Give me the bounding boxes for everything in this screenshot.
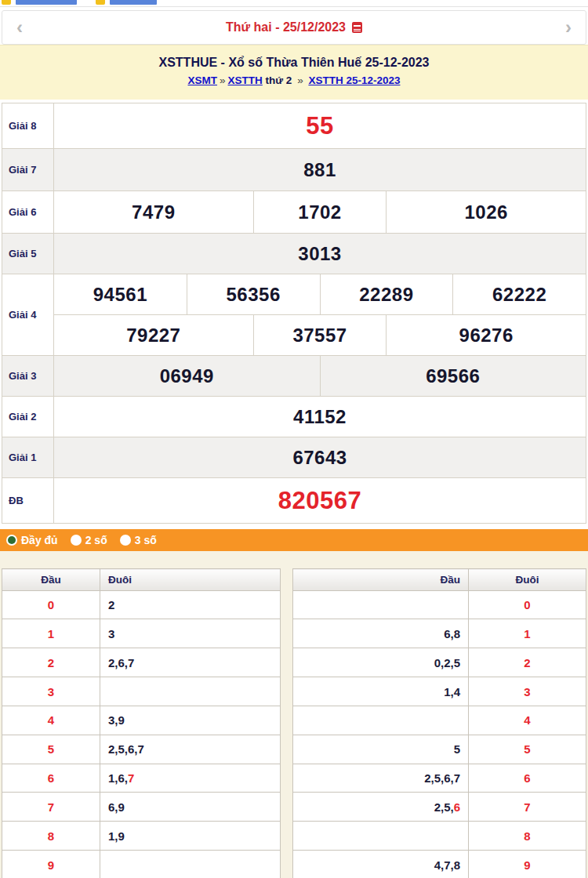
- radio-icon[interactable]: [120, 535, 131, 546]
- prize-label: Giải 8: [2, 103, 54, 149]
- table-header-row: Đầu Đuôi: [293, 569, 586, 591]
- table-row: 22,6,7: [2, 648, 281, 677]
- prize-value: 62222: [453, 274, 586, 315]
- duoi-values: 6,9: [100, 793, 281, 822]
- duoi-values: 1,9: [100, 822, 281, 851]
- prize-row-g3: Giải 3 06949 69566: [2, 356, 586, 397]
- dau-digit: 0: [2, 590, 100, 619]
- results-table: Giải 8 55 Giải 7 881 Giải 6 7479 1702 10…: [2, 103, 586, 524]
- filter-option-label: 3 số: [135, 534, 157, 546]
- dau-table: Đầu Đuôi 02 13 22,6,7 3 43,9 52,5,6,7 61…: [2, 568, 281, 878]
- prize-row-db: ĐB 820567: [2, 478, 586, 524]
- prize-label: Giải 4: [2, 274, 54, 356]
- duoi-digit: 8: [469, 822, 586, 851]
- breadcrumb-link-xstth[interactable]: XSTTH: [228, 74, 263, 86]
- tail-summary-section: Đầu Đuôi 02 13 22,6,7 3 43,9 52,5,6,7 61…: [0, 551, 588, 878]
- filter-option-2so[interactable]: 2 số: [71, 534, 107, 546]
- table-row: 02: [2, 590, 281, 619]
- dau-values: 4,7,8: [293, 851, 469, 878]
- table-row: 52,5,6,7: [2, 735, 281, 764]
- prize-value: 56356: [187, 274, 320, 315]
- dau-values: [293, 590, 469, 619]
- prize-value: 06949: [54, 356, 321, 397]
- breadcrumb-text: thứ 2: [266, 74, 292, 86]
- dau-digit: 2: [2, 648, 100, 677]
- filter-option-full[interactable]: Đầy đủ: [6, 534, 58, 546]
- duoi-header: Đuôi: [100, 569, 281, 591]
- duoi-digit: 6: [469, 764, 586, 793]
- table-row: 13: [2, 619, 281, 648]
- prize-value: 820567: [54, 478, 586, 524]
- table-row: 2,5,6,76: [293, 764, 586, 793]
- date-nav-bar: ‹ Thứ hai - 25/12/2023 ›: [2, 10, 586, 45]
- prize-value: 69566: [320, 356, 586, 397]
- prize-row-g7: Giải 7 881: [2, 149, 586, 191]
- prize-row-g6: Giải 6 7479 1702 1026: [2, 191, 586, 234]
- table-row: 76,9: [2, 793, 281, 822]
- table-row: 4: [293, 706, 586, 735]
- duoi-digit: 9: [469, 851, 586, 878]
- next-day-button[interactable]: ›: [551, 18, 586, 37]
- dau-values: 2,5,6,7: [293, 764, 469, 793]
- duoi-digit: 1: [469, 619, 586, 648]
- duoi-values: 2,5,6,7: [100, 735, 281, 764]
- dau-values: 2,5,6: [293, 793, 469, 822]
- prize-value: 37557: [253, 315, 387, 356]
- dau-values: 6,8: [293, 619, 469, 648]
- table-row: 81,9: [2, 822, 281, 851]
- filter-option-3so[interactable]: 3 số: [120, 534, 157, 546]
- dau-values: 1,4: [293, 677, 469, 706]
- duoi-values: 1,6,7: [100, 764, 281, 793]
- table-row: 4,7,89: [293, 851, 586, 878]
- prize-row-g5: Giải 5 3013: [2, 234, 586, 274]
- table-row: 55: [293, 735, 586, 764]
- prize-value: 55: [54, 103, 586, 149]
- duoi-values: [100, 677, 281, 706]
- prize-value: 79227: [54, 315, 254, 356]
- prize-value: 67643: [54, 437, 586, 478]
- dau-header: Đầu: [2, 569, 100, 591]
- duoi-table: Đầu Đuôi 0 6,81 0,2,52 1,43 4 55 2,5,6,7…: [292, 568, 586, 878]
- dau-values: 0,2,5: [293, 648, 469, 677]
- table-header-row: Đầu Đuôi: [2, 569, 281, 591]
- breadcrumb-link-date[interactable]: XSTTH 25-12-2023: [308, 74, 400, 86]
- filter-option-label: Đầy đủ: [21, 534, 58, 546]
- prize-row-g4b: 79227 37557 96276: [2, 315, 586, 356]
- table-row: 2,5,67: [293, 793, 586, 822]
- filter-option-label: 2 số: [85, 534, 107, 546]
- dau-digit: 3: [2, 677, 100, 706]
- prize-value: 22289: [320, 274, 453, 315]
- dau-values: 5: [293, 735, 469, 764]
- dau-digit: 1: [2, 619, 100, 648]
- table-row: 9: [2, 851, 281, 878]
- prize-value: 881: [54, 149, 586, 191]
- calendar-icon[interactable]: [352, 22, 362, 33]
- dau-digit: 7: [2, 793, 100, 822]
- breadcrumb-link-xsmt[interactable]: XSMT: [188, 74, 218, 86]
- table-row: 6,81: [293, 619, 586, 648]
- radio-icon[interactable]: [71, 535, 82, 546]
- duoi-values: 2,6,7: [100, 648, 281, 677]
- duoi-digit: 3: [469, 677, 586, 706]
- toolbar-icon: [2, 0, 11, 5]
- display-filter-bar: Đầy đủ 2 số 3 số: [0, 529, 588, 551]
- prize-label: Giải 5: [2, 234, 54, 274]
- dau-digit: 6: [2, 764, 100, 793]
- prize-value: 7479: [54, 191, 254, 234]
- dau-header: Đầu: [293, 569, 469, 591]
- radio-selected-icon[interactable]: [6, 535, 17, 546]
- table-row: 0: [293, 590, 586, 619]
- table-row: 3: [2, 677, 281, 706]
- clipped-toolbar: [0, 0, 588, 6]
- prize-value: 41152: [54, 397, 586, 437]
- table-row: 1,43: [293, 677, 586, 706]
- table-row: 8: [293, 822, 586, 851]
- prize-row-g4a: Giải 4 94561 56356 22289 62222: [2, 274, 586, 315]
- duoi-header: Đuôi: [469, 569, 586, 591]
- prize-label: Giải 2: [2, 397, 54, 437]
- prize-value: 96276: [387, 315, 586, 356]
- current-date-label: Thứ hai - 25/12/2023: [226, 20, 346, 34]
- title-banner: XSTTHUE - Xổ số Thừa Thiên Huế 25-12-202…: [0, 45, 588, 100]
- prize-label: Giải 1: [2, 437, 54, 478]
- prev-day-button[interactable]: ‹: [2, 18, 37, 37]
